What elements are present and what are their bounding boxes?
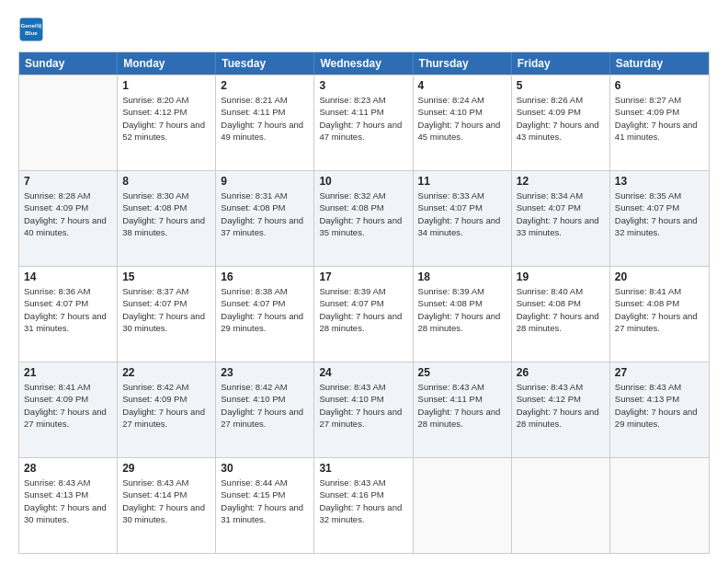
- calendar-cell: 2Sunrise: 8:21 AM Sunset: 4:11 PM Daylig…: [216, 75, 314, 170]
- day-info: Sunrise: 8:43 AM Sunset: 4:13 PM Dayligh…: [24, 477, 112, 525]
- calendar-cell: 11Sunrise: 8:33 AM Sunset: 4:07 PM Dayli…: [414, 171, 512, 266]
- day-number: 18: [418, 270, 506, 283]
- day-info: Sunrise: 8:35 AM Sunset: 4:07 PM Dayligh…: [615, 190, 704, 238]
- day-info: Sunrise: 8:24 AM Sunset: 4:10 PM Dayligh…: [418, 94, 506, 143]
- calendar-cell: [414, 458, 512, 553]
- day-info: Sunrise: 8:39 AM Sunset: 4:08 PM Dayligh…: [418, 285, 506, 334]
- calendar-body: 1Sunrise: 8:20 AM Sunset: 4:12 PM Daylig…: [19, 75, 709, 553]
- day-info: Sunrise: 8:43 AM Sunset: 4:13 PM Dayligh…: [615, 381, 704, 430]
- day-info: Sunrise: 8:32 AM Sunset: 4:08 PM Dayligh…: [319, 190, 407, 238]
- day-number: 20: [615, 270, 704, 283]
- day-number: 9: [221, 175, 309, 188]
- calendar-header-cell: Friday: [512, 52, 610, 75]
- day-number: 3: [319, 79, 407, 92]
- calendar-header-cell: Wednesday: [314, 52, 413, 75]
- day-info: Sunrise: 8:44 AM Sunset: 4:15 PM Dayligh…: [221, 477, 309, 525]
- day-number: 6: [615, 79, 704, 92]
- calendar-row: 7Sunrise: 8:28 AM Sunset: 4:09 PM Daylig…: [19, 170, 709, 266]
- day-info: Sunrise: 8:27 AM Sunset: 4:09 PM Dayligh…: [615, 94, 704, 143]
- calendar-cell: 29Sunrise: 8:43 AM Sunset: 4:14 PM Dayli…: [118, 458, 216, 553]
- day-info: Sunrise: 8:43 AM Sunset: 4:12 PM Dayligh…: [517, 381, 605, 430]
- calendar-header-cell: Tuesday: [216, 52, 314, 75]
- day-number: 8: [122, 175, 210, 188]
- calendar-cell: 20Sunrise: 8:41 AM Sunset: 4:08 PM Dayli…: [610, 267, 709, 362]
- day-number: 30: [221, 462, 309, 475]
- day-number: 2: [221, 79, 309, 92]
- calendar-cell: 21Sunrise: 8:41 AM Sunset: 4:09 PM Dayli…: [19, 362, 118, 457]
- day-info: Sunrise: 8:43 AM Sunset: 4:11 PM Dayligh…: [418, 381, 506, 430]
- day-info: Sunrise: 8:43 AM Sunset: 4:10 PM Dayligh…: [319, 381, 407, 430]
- calendar-row: 1Sunrise: 8:20 AM Sunset: 4:12 PM Daylig…: [19, 75, 709, 170]
- day-number: 26: [517, 366, 605, 379]
- day-number: 1: [122, 79, 210, 92]
- calendar-cell: 12Sunrise: 8:34 AM Sunset: 4:07 PM Dayli…: [512, 171, 610, 266]
- calendar-cell: 17Sunrise: 8:39 AM Sunset: 4:07 PM Dayli…: [314, 267, 413, 362]
- calendar-cell: 5Sunrise: 8:26 AM Sunset: 4:09 PM Daylig…: [512, 75, 610, 170]
- day-info: Sunrise: 8:42 AM Sunset: 4:10 PM Dayligh…: [221, 381, 309, 430]
- calendar-cell: 27Sunrise: 8:43 AM Sunset: 4:13 PM Dayli…: [610, 362, 709, 457]
- day-info: Sunrise: 8:23 AM Sunset: 4:11 PM Dayligh…: [319, 94, 407, 143]
- day-number: 7: [24, 175, 112, 188]
- day-info: Sunrise: 8:33 AM Sunset: 4:07 PM Dayligh…: [418, 190, 506, 238]
- calendar-cell: 7Sunrise: 8:28 AM Sunset: 4:09 PM Daylig…: [19, 171, 118, 266]
- day-info: Sunrise: 8:41 AM Sunset: 4:09 PM Dayligh…: [24, 381, 112, 430]
- day-number: 15: [122, 270, 210, 283]
- day-number: 17: [319, 270, 407, 283]
- page: General Blue SundayMondayTuesdayWednesda…: [0, 0, 728, 563]
- day-number: 13: [615, 175, 704, 188]
- calendar-cell: 9Sunrise: 8:31 AM Sunset: 4:08 PM Daylig…: [216, 171, 314, 266]
- calendar-header-cell: Saturday: [610, 52, 709, 75]
- day-info: Sunrise: 8:37 AM Sunset: 4:07 PM Dayligh…: [122, 285, 210, 334]
- calendar-cell: 8Sunrise: 8:30 AM Sunset: 4:08 PM Daylig…: [118, 171, 216, 266]
- logo-icon: General Blue: [18, 17, 44, 42]
- day-info: Sunrise: 8:28 AM Sunset: 4:09 PM Dayligh…: [24, 190, 112, 238]
- calendar-cell: 4Sunrise: 8:24 AM Sunset: 4:10 PM Daylig…: [414, 75, 512, 170]
- day-number: 19: [517, 270, 605, 283]
- calendar-cell: 26Sunrise: 8:43 AM Sunset: 4:12 PM Dayli…: [512, 362, 610, 457]
- svg-text:Blue: Blue: [25, 29, 38, 36]
- day-number: 29: [122, 462, 210, 475]
- calendar-cell: 31Sunrise: 8:43 AM Sunset: 4:16 PM Dayli…: [314, 458, 413, 553]
- day-info: Sunrise: 8:42 AM Sunset: 4:09 PM Dayligh…: [122, 381, 210, 430]
- calendar-cell: 22Sunrise: 8:42 AM Sunset: 4:09 PM Dayli…: [118, 362, 216, 457]
- day-info: Sunrise: 8:43 AM Sunset: 4:16 PM Dayligh…: [319, 477, 407, 525]
- day-info: Sunrise: 8:31 AM Sunset: 4:08 PM Dayligh…: [221, 190, 309, 238]
- calendar-cell: [610, 458, 709, 553]
- calendar-cell: 16Sunrise: 8:38 AM Sunset: 4:07 PM Dayli…: [216, 267, 314, 362]
- calendar-cell: [19, 75, 118, 170]
- day-number: 12: [517, 175, 605, 188]
- calendar-header-cell: Sunday: [19, 52, 118, 75]
- calendar-cell: 30Sunrise: 8:44 AM Sunset: 4:15 PM Dayli…: [216, 458, 314, 553]
- day-info: Sunrise: 8:26 AM Sunset: 4:09 PM Dayligh…: [517, 94, 605, 143]
- day-number: 24: [319, 366, 407, 379]
- day-number: 14: [24, 270, 112, 283]
- day-info: Sunrise: 8:30 AM Sunset: 4:08 PM Dayligh…: [122, 190, 210, 238]
- calendar-header-row: SundayMondayTuesdayWednesdayThursdayFrid…: [19, 52, 709, 75]
- day-info: Sunrise: 8:20 AM Sunset: 4:12 PM Dayligh…: [122, 94, 210, 143]
- day-info: Sunrise: 8:34 AM Sunset: 4:07 PM Dayligh…: [517, 190, 605, 238]
- calendar-cell: 28Sunrise: 8:43 AM Sunset: 4:13 PM Dayli…: [19, 458, 118, 553]
- calendar-cell: 3Sunrise: 8:23 AM Sunset: 4:11 PM Daylig…: [314, 75, 413, 170]
- calendar-header-cell: Monday: [118, 52, 216, 75]
- calendar-cell: 10Sunrise: 8:32 AM Sunset: 4:08 PM Dayli…: [314, 171, 413, 266]
- calendar-row: 28Sunrise: 8:43 AM Sunset: 4:13 PM Dayli…: [19, 457, 709, 553]
- day-number: 27: [615, 366, 704, 379]
- day-info: Sunrise: 8:41 AM Sunset: 4:08 PM Dayligh…: [615, 285, 704, 334]
- day-info: Sunrise: 8:21 AM Sunset: 4:11 PM Dayligh…: [221, 94, 309, 143]
- day-info: Sunrise: 8:36 AM Sunset: 4:07 PM Dayligh…: [24, 285, 112, 334]
- day-info: Sunrise: 8:39 AM Sunset: 4:07 PM Dayligh…: [319, 285, 407, 334]
- calendar-cell: 6Sunrise: 8:27 AM Sunset: 4:09 PM Daylig…: [610, 75, 709, 170]
- calendar: SundayMondayTuesdayWednesdayThursdayFrid…: [18, 52, 710, 554]
- calendar-cell: 15Sunrise: 8:37 AM Sunset: 4:07 PM Dayli…: [118, 267, 216, 362]
- calendar-cell: 1Sunrise: 8:20 AM Sunset: 4:12 PM Daylig…: [118, 75, 216, 170]
- calendar-cell: 13Sunrise: 8:35 AM Sunset: 4:07 PM Dayli…: [610, 171, 709, 266]
- header: General Blue: [18, 17, 710, 42]
- logo: General Blue: [18, 17, 48, 42]
- day-number: 10: [319, 175, 407, 188]
- day-number: 28: [24, 462, 112, 475]
- calendar-cell: [512, 458, 610, 553]
- day-info: Sunrise: 8:40 AM Sunset: 4:08 PM Dayligh…: [517, 285, 605, 334]
- day-number: 16: [221, 270, 309, 283]
- calendar-row: 21Sunrise: 8:41 AM Sunset: 4:09 PM Dayli…: [19, 362, 709, 457]
- day-info: Sunrise: 8:43 AM Sunset: 4:14 PM Dayligh…: [122, 477, 210, 525]
